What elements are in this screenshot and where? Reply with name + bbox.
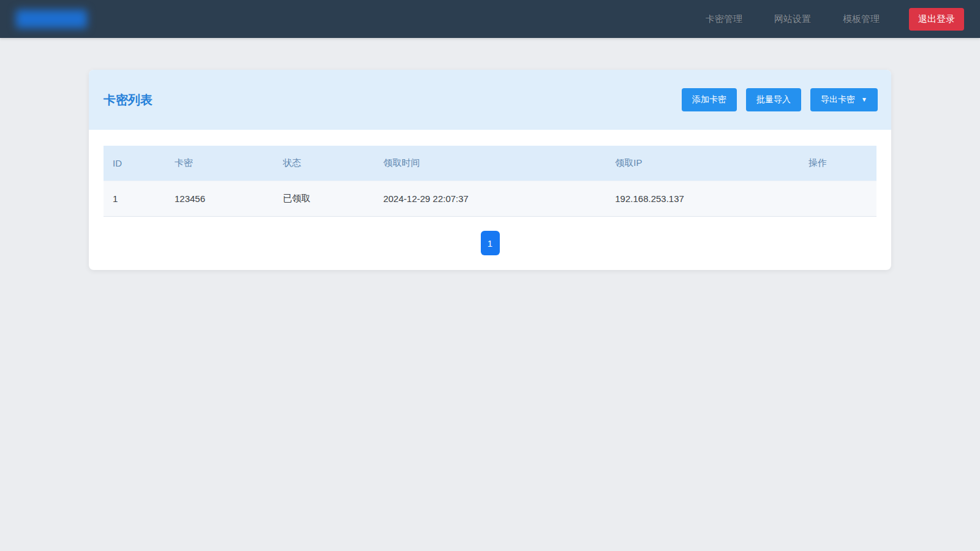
card-key-table: ID 卡密 状态 领取时间 领取IP 操作 1 123456 已领取 2024-… bbox=[104, 146, 876, 217]
table-header: ID 卡密 状态 领取时间 领取IP 操作 bbox=[104, 146, 876, 181]
navbar: 卡密管理 网站设置 模板管理 退出登录 bbox=[0, 0, 980, 38]
column-header-claim-time: 领取时间 bbox=[374, 146, 606, 181]
column-header-actions: 操作 bbox=[799, 146, 876, 181]
cell-id: 1 bbox=[104, 181, 165, 217]
card-key-panel: 卡密列表 添加卡密 批量导入 导出卡密 ▼ ID 卡密 bbox=[89, 70, 891, 270]
panel-header: 卡密列表 添加卡密 批量导入 导出卡密 ▼ bbox=[89, 70, 891, 130]
column-header-id: ID bbox=[104, 146, 165, 181]
main-container: 卡密列表 添加卡密 批量导入 导出卡密 ▼ ID 卡密 bbox=[89, 70, 891, 270]
cell-claim-time: 2024-12-29 22:07:37 bbox=[374, 181, 606, 217]
batch-import-button[interactable]: 批量导入 bbox=[746, 88, 801, 111]
cell-actions bbox=[799, 181, 876, 217]
nav-item-card-management[interactable]: 卡密管理 bbox=[706, 13, 742, 25]
page-button-1[interactable]: 1 bbox=[481, 231, 500, 255]
column-header-status: 状态 bbox=[274, 146, 374, 181]
page-title: 卡密列表 bbox=[104, 92, 153, 108]
export-card-label: 导出卡密 bbox=[821, 94, 855, 105]
add-card-button[interactable]: 添加卡密 bbox=[682, 88, 737, 111]
table-row: 1 123456 已领取 2024-12-29 22:07:37 192.168… bbox=[104, 181, 876, 217]
cell-status: 已领取 bbox=[274, 181, 374, 217]
pagination: 1 bbox=[104, 231, 876, 255]
nav-item-template-management[interactable]: 模板管理 bbox=[843, 13, 880, 25]
logout-button[interactable]: 退出登录 bbox=[909, 8, 964, 31]
nav-item-site-settings[interactable]: 网站设置 bbox=[774, 13, 811, 25]
cell-key: 123456 bbox=[165, 181, 274, 217]
header-actions: 添加卡密 批量导入 导出卡密 ▼ bbox=[682, 88, 878, 111]
export-card-dropdown-button[interactable]: 导出卡密 ▼ bbox=[810, 88, 878, 111]
caret-down-icon: ▼ bbox=[861, 97, 867, 103]
column-header-claim-ip: 领取IP bbox=[606, 146, 799, 181]
panel-body: ID 卡密 状态 领取时间 领取IP 操作 1 123456 已领取 2024-… bbox=[89, 130, 891, 270]
cell-claim-ip: 192.168.253.137 bbox=[606, 181, 799, 217]
nav-links: 卡密管理 网站设置 模板管理 bbox=[706, 13, 880, 25]
column-header-key: 卡密 bbox=[165, 146, 274, 181]
brand-logo[interactable] bbox=[16, 10, 87, 28]
